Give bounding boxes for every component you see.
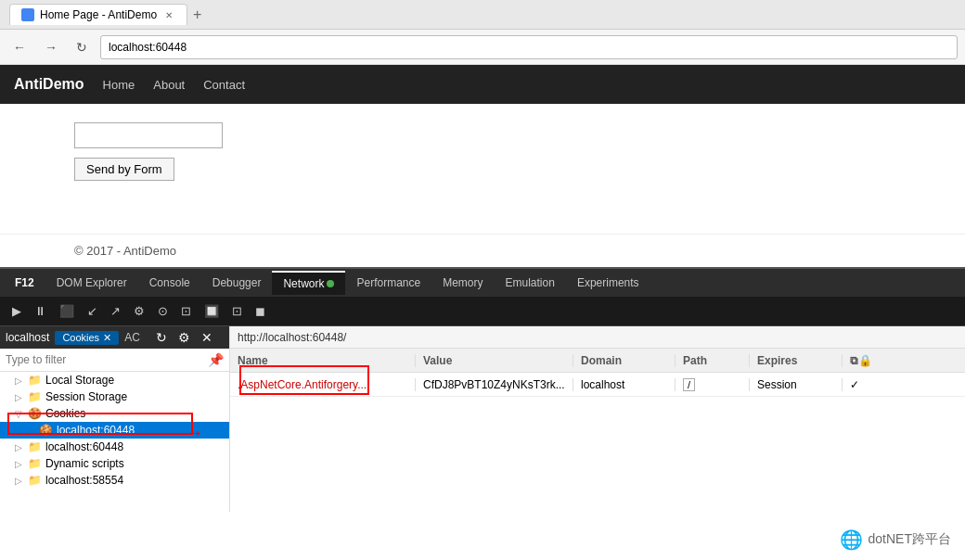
watermark-text: dotNET跨平台 [868,531,951,548]
step-out-btn[interactable]: ↗ [106,302,125,320]
browser-titlebar: Home Page - AntiDemo ✕ + [0,0,965,30]
cookie-check: ✓ [850,378,859,391]
col-header-path: Path [676,354,750,367]
sidebar-filter: 📌 [0,349,229,372]
tree-item-label: localhost:58554 [45,474,123,487]
folder-icon: 📁 [28,440,42,453]
cookies-badge: Cookies ✕ [55,331,119,345]
tree-cookies-folder[interactable]: ▽ 🍪 Cookies [0,405,229,422]
cookie-icon: 🍪 [39,424,53,437]
cookie-path: / [676,378,750,391]
cookie-flags: ✓ [843,378,898,391]
tab-experiments[interactable]: Experiments [566,272,650,294]
play-button[interactable]: ▶ [7,302,26,320]
cookie-value: CfDJ8PvBT10Z4yNKsT3rk... [416,378,573,391]
cookies-badge-close[interactable]: ✕ [103,332,111,344]
dom-events-btn[interactable]: 🔲 [199,302,224,320]
tree-item-label: Session Storage [45,390,127,403]
cookie-expires: Session [750,378,843,391]
watermark-icon: 🌐 [840,528,863,551]
step-over-btn[interactable]: ⬛ [55,302,79,320]
site-body: Send by Form [0,104,965,234]
sidebar-host-label: localhost [6,331,49,344]
refresh-button[interactable]: ↻ [71,36,93,58]
expand-icon: ▽ [15,409,24,419]
tab-dom-explorer[interactable]: DOM Explorer [45,272,138,294]
tools-btn[interactable]: ⚙ [129,302,149,320]
tree-item-label: Dynamic scripts [45,457,124,470]
folder-icon: 📁 [28,390,42,403]
tab-performance[interactable]: Performance [345,272,431,294]
col-header-domain: Domain [573,354,676,367]
red-arrow-annotation: → [184,421,204,445]
folder-icon: 📁 [28,474,42,487]
tab-network[interactable]: Network [272,271,345,295]
form-input[interactable] [74,122,223,148]
nav-contact[interactable]: Contact [203,78,245,92]
tab-console[interactable]: Console [138,272,201,294]
watermark: 🌐 dotNET跨平台 [840,528,951,551]
tree-session-storage[interactable]: ▷ 📁 Session Storage [0,388,229,405]
tree-localhost-58554[interactable]: ▷ 📁 localhost:58554 [0,472,229,489]
cookie-table-row[interactable]: .AspNetCore.Antiforgery.... CfDJ8PvBT10Z… [230,373,965,397]
new-tab-btn[interactable]: + [193,6,201,23]
expand-icon: ▷ [15,392,24,402]
tab-emulation[interactable]: Emulation [495,272,566,294]
settings-icon[interactable]: ⚙ [174,328,194,347]
site-navbar: AntiDemo Home About Contact [0,65,965,104]
col-header-icons: ⧉ 🔒 [843,354,898,367]
sidebar-ac-label: AC [124,331,140,344]
lock-icon: 🔒 [858,354,872,367]
devtools-toolbar: ▶ ⏸ ⬛ ↙ ↗ ⚙ ⊙ ⊡ 🔲 ⊡ ◼ [0,297,965,326]
devtools-panel: F12 DOM Explorer Console Debugger Networ… [0,267,965,512]
cookie-domain: localhost [573,378,676,391]
nav-about[interactable]: About [153,78,185,92]
cookies-folder-icon: 🍪 [28,407,42,420]
expand-icon: ▷ [15,476,24,486]
col-header-name: Name [230,354,416,367]
expand-icon: ▷ [15,442,24,452]
col-header-expires: Expires [750,354,843,367]
refresh-icon[interactable]: ↻ [152,328,171,347]
tree-dynamic-scripts[interactable]: ▷ 📁 Dynamic scripts [0,455,229,472]
devtools-sidebar: localhost Cookies ✕ AC ↻ ⚙ ✕ 📌 [0,326,230,512]
cookies-url-bar: http://localhost:60448/ [230,326,965,349]
tab-debugger[interactable]: Debugger [201,272,273,294]
cookie-name: .AspNetCore.Antiforgery.... [230,378,416,391]
site-footer: © 2017 - AntiDemo [0,234,965,267]
tab-f12[interactable]: F12 [4,272,45,294]
pin-icon: 📌 [208,352,224,367]
stop-btn[interactable]: ◼ [251,302,270,320]
step-into-btn[interactable]: ↙ [83,302,102,320]
network-tab-label: Network [283,277,334,290]
tab-title: Home Page - AntiDemo [40,8,157,21]
folder-icon: 📁 [28,374,42,387]
expand-icon: ▷ [15,459,24,469]
browser-toolbar: ← → ↻ [0,30,965,65]
tab-memory[interactable]: Memory [431,272,494,294]
filter-input[interactable] [6,353,204,366]
nav-home[interactable]: Home [103,78,135,92]
expand-icon: ▷ [15,375,24,386]
devtools-right-icons: ↻ ⚙ ✕ [152,328,224,347]
dom-changes-btn[interactable]: ⊡ [176,302,196,320]
tab-close-btn[interactable]: ✕ [162,9,175,21]
tree-item-label: localhost:60448 [45,440,123,453]
send-by-form-button[interactable]: Send by Form [74,158,174,181]
close-devtools-icon[interactable]: ✕ [198,328,216,347]
site-brand: AntiDemo [14,76,84,93]
address-bar[interactable] [100,35,958,59]
back-button[interactable]: ← [7,36,32,58]
expand-icon [26,426,35,436]
pause-button[interactable]: ⏸ [30,302,51,320]
browser-tab[interactable]: Home Page - AntiDemo ✕ [9,4,187,25]
forward-button[interactable]: → [39,36,63,58]
tree-local-storage[interactable]: ▷ 📁 Local Storage [0,372,229,388]
breakpoints-btn[interactable]: ⊙ [153,302,173,320]
copy-icon: ⧉ [850,354,858,367]
more-btn[interactable]: ⊡ [227,302,247,320]
tree-item-label: localhost:60448 [57,424,135,437]
tab-favicon [21,8,34,21]
col-header-value: Value [416,354,573,367]
path-box: / [683,378,695,391]
